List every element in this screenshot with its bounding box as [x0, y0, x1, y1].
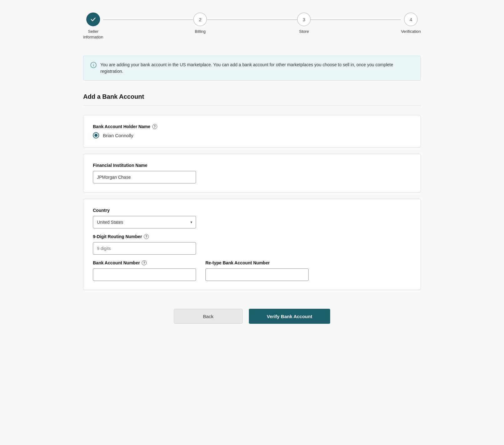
verify-button[interactable]: Verify Bank Account — [249, 309, 330, 324]
step-2-circle: 2 — [193, 12, 207, 26]
step-3: 3 Store — [297, 12, 311, 34]
country-select-wrapper: United States Canada United Kingdom ▾ — [93, 216, 196, 228]
info-banner: You are adding your bank account in the … — [83, 56, 421, 81]
routing-field-group: 9-Digit Routing Number ? — [93, 234, 411, 255]
account-number-help-icon[interactable]: ? — [142, 260, 147, 265]
retype-account-input[interactable] — [205, 268, 309, 281]
routing-help-icon[interactable]: ? — [144, 234, 149, 239]
account-number-label: Bank Account Number ? — [93, 260, 196, 265]
back-button[interactable]: Back — [174, 309, 243, 324]
bank-holder-value: Brian Connolly — [103, 133, 134, 138]
step-1: Sellerinformation — [83, 12, 103, 40]
connector-2-3 — [207, 19, 297, 20]
bottom-bar: Back Verify Bank Account — [83, 296, 421, 342]
financial-institution-label: Financial Institution Name — [93, 163, 411, 168]
bank-details-card: Country United States Canada United King… — [83, 199, 421, 290]
bank-holder-radio[interactable]: Brian Connolly — [93, 132, 411, 138]
step-2-label: Billing — [195, 29, 206, 34]
section-divider — [83, 105, 421, 106]
step-2: 2 Billing — [193, 12, 207, 34]
account-number-input[interactable] — [93, 268, 196, 281]
financial-institution-input[interactable] — [93, 171, 196, 183]
bank-holder-help-icon[interactable]: ? — [152, 124, 157, 129]
info-icon — [90, 62, 97, 68]
banner-text: You are adding your bank account in the … — [100, 62, 414, 75]
step-1-circle — [86, 12, 100, 26]
step-3-circle: 3 — [297, 12, 311, 26]
svg-point-1 — [93, 64, 94, 64]
country-field-group: Country United States Canada United King… — [93, 208, 411, 228]
section-title: Add a Bank Account — [83, 93, 421, 100]
country-label: Country — [93, 208, 411, 213]
routing-number-input[interactable] — [93, 242, 196, 255]
progress-stepper: Sellerinformation 2 Billing 3 Store 4 Ve… — [83, 12, 421, 40]
retype-account-label: Re-type Bank Account Number — [205, 260, 309, 265]
step-1-label: Sellerinformation — [83, 29, 103, 40]
account-number-field-group: Bank Account Number ? — [93, 260, 196, 281]
connector-1-2 — [103, 19, 193, 20]
connector-3-4 — [311, 19, 401, 20]
bank-holder-label: Bank Account Holder Name ? — [93, 124, 411, 129]
retype-account-field-group: Re-type Bank Account Number — [205, 260, 309, 281]
step-4-circle: 4 — [404, 12, 418, 26]
country-select[interactable]: United States Canada United Kingdom — [93, 216, 196, 228]
radio-circle[interactable] — [93, 132, 99, 138]
step-4-label: Verification — [401, 29, 421, 34]
financial-institution-card: Financial Institution Name — [83, 154, 421, 192]
bank-holder-card: Bank Account Holder Name ? Brian Connoll… — [83, 115, 421, 148]
account-number-row: Bank Account Number ? Re-type Bank Accou… — [93, 260, 411, 281]
step-3-label: Store — [299, 29, 309, 34]
routing-label: 9-Digit Routing Number ? — [93, 234, 411, 239]
step-4: 4 Verification — [401, 12, 421, 34]
